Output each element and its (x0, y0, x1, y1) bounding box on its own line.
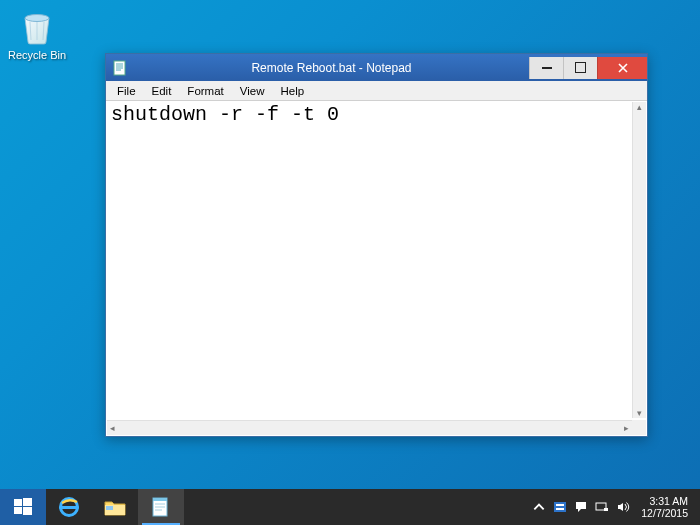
tray-network-icon[interactable] (595, 500, 609, 514)
svg-rect-12 (554, 502, 566, 512)
svg-rect-7 (61, 506, 77, 509)
scroll-left-icon[interactable]: ◂ (110, 423, 115, 433)
taskbar-explorer[interactable] (92, 489, 138, 525)
svg-rect-5 (23, 507, 32, 515)
windows-logo-icon (14, 498, 32, 516)
editor-textarea[interactable] (107, 102, 646, 418)
titlebar[interactable]: Remote Reboot.bat - Notepad (106, 54, 647, 81)
notepad-taskbar-icon (150, 496, 172, 518)
notepad-window: Remote Reboot.bat - Notepad File Edit Fo… (105, 53, 648, 437)
start-button[interactable] (0, 489, 46, 525)
folder-icon (103, 495, 127, 519)
svg-rect-2 (14, 499, 22, 506)
clock-time: 3:31 AM (641, 495, 688, 507)
minimize-button[interactable] (529, 57, 563, 79)
svg-point-0 (25, 15, 49, 22)
scroll-right-icon[interactable]: ▸ (624, 423, 629, 433)
menu-view[interactable]: View (233, 83, 272, 99)
svg-rect-3 (23, 498, 32, 506)
menubar: File Edit Format View Help (106, 81, 647, 101)
svg-rect-11 (153, 498, 167, 501)
scroll-down-icon[interactable]: ▾ (637, 408, 642, 418)
recycle-bin[interactable]: Recycle Bin (6, 4, 68, 61)
vertical-scrollbar[interactable]: ▴ ▾ (632, 102, 646, 418)
tray-security-icon[interactable] (553, 500, 567, 514)
svg-rect-4 (14, 507, 22, 514)
clock-date: 12/7/2015 (641, 507, 688, 519)
taskbar-notepad[interactable] (138, 489, 184, 525)
tray-chevron-icon[interactable] (532, 500, 546, 514)
desktop[interactable]: Recycle Bin Remote Reboot.bat - Notepad … (0, 0, 700, 525)
recycle-bin-label: Recycle Bin (6, 49, 68, 61)
tray-action-center-icon[interactable] (574, 500, 588, 514)
taskbar-clock[interactable]: 3:31 AM 12/7/2015 (637, 495, 692, 519)
notepad-icon (112, 60, 128, 76)
menu-file[interactable]: File (110, 83, 143, 99)
menu-format[interactable]: Format (180, 83, 230, 99)
menu-help[interactable]: Help (274, 83, 312, 99)
tray-volume-icon[interactable] (616, 500, 630, 514)
recycle-bin-icon (16, 4, 58, 46)
taskbar-ie[interactable] (46, 489, 92, 525)
svg-rect-9 (106, 506, 113, 510)
system-tray: 3:31 AM 12/7/2015 (524, 489, 700, 525)
close-button[interactable] (597, 57, 647, 79)
window-title: Remote Reboot.bat - Notepad (134, 61, 529, 75)
ie-icon (57, 495, 81, 519)
maximize-button[interactable] (563, 57, 597, 79)
svg-rect-14 (604, 508, 608, 511)
scroll-corner (632, 420, 646, 435)
scroll-up-icon[interactable]: ▴ (637, 102, 642, 112)
taskbar: 3:31 AM 12/7/2015 (0, 489, 700, 525)
menu-edit[interactable]: Edit (145, 83, 179, 99)
horizontal-scrollbar[interactable]: ◂ ▸ (107, 420, 632, 435)
